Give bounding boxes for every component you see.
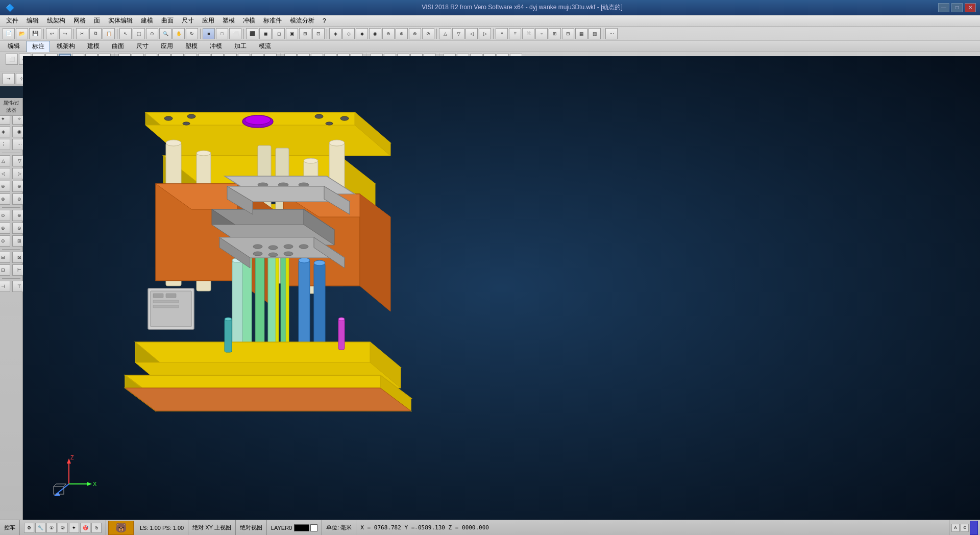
zoom-button[interactable]: 🔍 [159, 28, 172, 39]
sidebar-btn-17[interactable]: ⊛ [0, 223, 10, 234]
sidebar-btn-19[interactable]: ⊝ [0, 235, 10, 247]
menu-wireframe[interactable]: 线架构 [43, 15, 69, 26]
menu-apply[interactable]: 应用 [198, 15, 218, 26]
copy-button[interactable]: ⧉ [89, 28, 102, 39]
tb-btn-7[interactable]: ◈ [329, 28, 341, 39]
open-file-button[interactable]: 📂 [16, 28, 28, 39]
tb-btn-4[interactable]: ▣ [286, 28, 298, 39]
tb-btn-11[interactable]: ⊛ [382, 28, 395, 39]
cut-button[interactable]: ✂ [76, 28, 88, 39]
menu-dimension[interactable]: 尺寸 [178, 15, 198, 26]
sidebar-btn-11[interactable]: ⊖ [0, 181, 10, 192]
tab-apply[interactable]: 应用 [155, 40, 179, 52]
paste-button[interactable]: 📋 [103, 28, 115, 39]
shaded-button[interactable]: ■ [203, 28, 215, 39]
menu-surface[interactable]: 面 [90, 15, 104, 26]
sidebar-btn-23[interactable]: ⊡ [0, 264, 10, 276]
tb-btn-15[interactable]: △ [439, 28, 451, 39]
menu-help[interactable]: ? [318, 16, 330, 26]
sidebar-btn-21[interactable]: ⊟ [0, 252, 10, 263]
sidebar-btn-25[interactable]: ⊣ [0, 281, 10, 292]
hidden-button[interactable]: ⬜ [229, 28, 241, 39]
minimize-button[interactable]: — [938, 3, 949, 12]
tab-die[interactable]: 冲模 [204, 40, 228, 52]
shape-btn-1[interactable]: ⬜ [6, 54, 18, 65]
tb-btn-19[interactable]: ⌖ [496, 28, 508, 39]
sidebar-btn-5[interactable]: ⋮ [0, 139, 10, 150]
tab-annotation[interactable]: 标注 [27, 41, 50, 52]
tb-btn-8[interactable]: ◇ [342, 28, 355, 39]
tab-surface[interactable]: 曲面 [106, 40, 130, 52]
status-icon-6[interactable]: 🎯 [80, 523, 90, 533]
tab-modeling[interactable]: 建模 [82, 40, 105, 52]
menu-standard[interactable]: 标准件 [259, 15, 286, 26]
tb-btn-6[interactable]: ⊡ [312, 28, 325, 39]
sidebar-btn-7[interactable]: △ [0, 155, 10, 166]
sidebar-btn-13[interactable]: ⊗ [0, 193, 10, 205]
tab-flow[interactable]: 模流 [253, 40, 277, 52]
status-color-indicator[interactable] [970, 521, 978, 535]
status-icon-7[interactable]: 🖱 [91, 523, 102, 533]
tb-btn-20[interactable]: ⌗ [509, 28, 521, 39]
tb-btn-9[interactable]: ◆ [356, 28, 368, 39]
zoom-all-button[interactable]: ⊙ [146, 28, 158, 39]
status-icon-4[interactable]: ② [58, 523, 68, 533]
tab-wireframe[interactable]: 线架构 [51, 40, 81, 52]
sidebar-btn-15[interactable]: ⊙ [0, 210, 10, 221]
tb-btn-16[interactable]: ▽ [452, 28, 464, 39]
tb-btn-21[interactable]: ⌘ [522, 28, 534, 39]
tab-edit[interactable]: 编辑 [2, 40, 26, 52]
panel-btn-1[interactable]: ⊸ [3, 73, 15, 84]
tb-btn-18[interactable]: ▷ [479, 28, 491, 39]
tb-btn-24[interactable]: ⊟ [562, 28, 574, 39]
status-icon-right-2[interactable]: ⊙ [961, 524, 969, 532]
save-file-button[interactable]: 💾 [29, 28, 41, 39]
menu-file[interactable]: 文件 [2, 15, 22, 26]
tb-btn-17[interactable]: ◁ [465, 28, 478, 39]
rotate-button[interactable]: ↻ [186, 28, 198, 39]
menu-curve[interactable]: 曲面 [157, 15, 178, 26]
status-icon-5[interactable]: ✦ [69, 523, 79, 533]
status-view[interactable]: 绝对视图 [236, 520, 267, 535]
window-select-button[interactable]: ⬚ [133, 28, 145, 39]
tb-btn-26[interactable]: ▧ [589, 28, 601, 39]
tb-btn-22[interactable]: ⌁ [535, 28, 548, 39]
menu-modeling[interactable]: 建模 [137, 15, 157, 26]
new-file-button[interactable]: 📄 [3, 28, 15, 39]
sidebar-btn-9[interactable]: ◁ [0, 168, 10, 179]
tb-btn-1[interactable]: ⬛ [246, 28, 258, 39]
tb-btn-5[interactable]: ⊞ [299, 28, 311, 39]
select-button[interactable]: ↖ [119, 28, 132, 39]
menu-mold[interactable]: 塑模 [218, 15, 239, 26]
status-icon-3[interactable]: ① [46, 523, 57, 533]
status-icon-2[interactable]: 🔧 [35, 523, 45, 533]
viewport[interactable]: Z X [23, 56, 980, 520]
sidebar-btn-3[interactable]: ◈ [0, 126, 10, 137]
menu-flow[interactable]: 模流分析 [286, 15, 318, 26]
tb-btn-2[interactable]: ◼ [259, 28, 272, 39]
tb-btn-14[interactable]: ⊘ [422, 28, 434, 39]
tab-dimension[interactable]: 尺寸 [131, 40, 154, 52]
redo-button[interactable]: ↪ [59, 28, 71, 39]
tb-btn-12[interactable]: ⊕ [396, 28, 408, 39]
status-layer[interactable]: LAYER0 [267, 520, 322, 535]
tb-btn-27[interactable]: ⋯ [605, 28, 618, 39]
status-mode[interactable]: 绝对 XY 上视图 [188, 520, 236, 535]
pan-button[interactable]: ✋ [173, 28, 185, 39]
status-icons[interactable]: ⚙ 🔧 ① ② ✦ 🎯 🖱 [20, 520, 106, 535]
status-icon-right-1[interactable]: A [951, 524, 960, 532]
tb-btn-25[interactable]: ▦ [575, 28, 587, 39]
tb-btn-10[interactable]: ◉ [369, 28, 381, 39]
wireframe-button[interactable]: □ [216, 28, 228, 39]
menu-die[interactable]: 冲模 [239, 15, 259, 26]
status-icon-1[interactable]: ⚙ [24, 523, 34, 533]
menu-solid-edit[interactable]: 实体编辑 [104, 15, 137, 26]
menu-mesh[interactable]: 网格 [69, 15, 90, 26]
tab-machining[interactable]: 加工 [229, 40, 252, 52]
tb-btn-13[interactable]: ⊗ [409, 28, 421, 39]
tab-mold[interactable]: 塑模 [180, 40, 203, 52]
tb-btn-23[interactable]: ⊞ [549, 28, 561, 39]
menu-edit[interactable]: 编辑 [22, 15, 43, 26]
close-button[interactable]: ✕ [965, 3, 976, 12]
maximize-button[interactable]: □ [951, 3, 963, 12]
